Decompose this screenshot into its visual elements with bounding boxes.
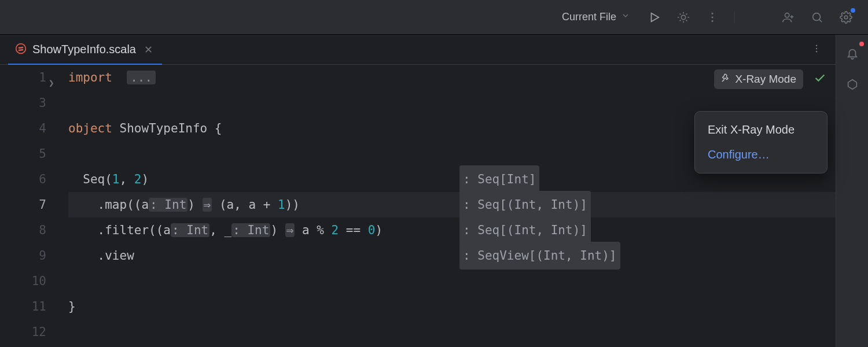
code-area[interactable]: import ... object ShowTypeInfo { Seq(1, … [68,65,836,347]
notifications-button[interactable] [842,43,863,64]
run-config-selector[interactable]: Current File [556,8,636,27]
xray-mode-badge[interactable]: X-Ray Mode [714,69,803,89]
xray-popup: Exit X-Ray Mode Configure… [694,111,827,174]
type-hint: : Seq[Int] [459,165,539,193]
xray-badge-label: X-Ray Mode [735,73,796,86]
line-number: 8 [0,217,46,243]
debug-button[interactable] [673,7,694,28]
more-actions-button[interactable] [702,7,723,28]
svg-point-5 [785,13,789,17]
svg-point-2 [712,13,713,14]
code-line [68,268,836,294]
search-button[interactable] [807,7,827,28]
right-tool-strip [836,35,868,347]
svg-marker-0 [652,13,659,21]
svg-point-1 [681,15,685,19]
svg-point-8 [16,43,26,53]
gutter: ❯ 1 3 4 5 6 7 8 9 10 11 12 [0,65,68,347]
line-number: 3 [0,90,46,116]
type-hint: : SeqView[(Int, Int)] [459,242,620,270]
editor-main: ShowTypeInfo.scala ✕ ❯ 1 3 4 5 6 7 8 [0,35,836,347]
line-number: 5 [0,141,46,167]
exit-xray-button[interactable]: Exit X-Ray Mode [697,117,825,142]
line-number: 7 [0,192,46,217]
notification-dot-icon [859,42,864,46]
code-line: .view [68,243,836,268]
tabbar: ShowTypeInfo.scala ✕ [0,35,836,65]
editor-status: X-Ray Mode [714,69,826,89]
fold-chevron-icon[interactable]: ❯ [49,71,54,96]
pin-icon [721,73,730,86]
update-indicator-icon [851,8,855,13]
line-number: 12 [0,319,46,345]
configure-xray-button[interactable]: Configure… [697,142,825,167]
svg-marker-12 [848,80,856,90]
type-hint: : Seq[(Int, Int)] [459,216,591,244]
svg-point-4 [712,20,713,21]
scala-file-icon [15,43,27,57]
line-number: 6 [0,167,46,192]
divider [734,11,735,24]
settings-button[interactable] [836,7,856,28]
line-number: 10 [0,268,46,294]
line-number: 11 [0,294,46,319]
svg-point-3 [712,16,713,18]
svg-point-11 [816,51,817,52]
line-number: 9 [0,243,46,268]
svg-point-7 [844,16,848,19]
tab-more-button[interactable] [806,43,827,56]
editor[interactable]: ❯ 1 3 4 5 6 7 8 9 10 11 12 import ... [0,65,836,347]
code-line: } [68,294,836,319]
folded-region[interactable]: ... [127,71,156,84]
code-line: .filter((a: Int, _: Int) ⇒ a % 2 == 0) [68,217,836,243]
tool-window-button[interactable] [842,74,863,95]
run-config-label: Current File [562,11,616,23]
svg-point-9 [816,45,817,46]
toolbar: Current File [0,0,868,35]
line-number: 4 [0,116,46,141]
tab-label: ShowTypeInfo.scala [32,43,136,56]
line-number: 1 [0,65,46,90]
workarea: ShowTypeInfo.scala ✕ ❯ 1 3 4 5 6 7 8 [0,35,868,347]
chevron-down-icon [621,11,630,23]
run-button[interactable] [644,7,665,28]
type-hint: : Seq[(Int, Int)] [459,191,591,219]
code-with-me-button[interactable] [778,7,799,28]
inspection-ok-icon[interactable] [814,72,826,87]
tab-showtypeinfo[interactable]: ShowTypeInfo.scala ✕ [8,35,162,65]
svg-point-6 [813,13,821,20]
code-line: .map((a: Int) ⇒ (a, a + 1)) [68,192,836,217]
svg-point-10 [816,47,817,49]
type-hints: : Seq[Int] : Seq[(Int, Int)] : Seq[(Int,… [458,65,620,268]
close-icon[interactable]: ✕ [142,41,155,58]
